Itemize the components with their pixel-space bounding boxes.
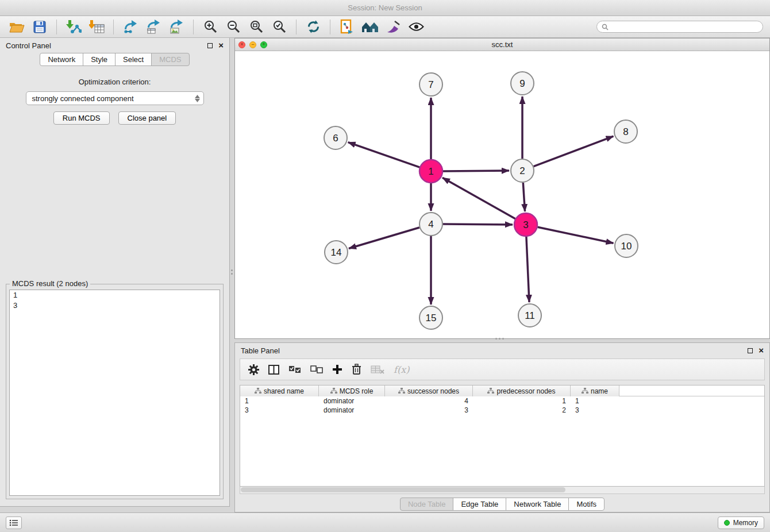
network-arrow-icon (123, 20, 138, 34)
tab-edge-table[interactable]: Edge Table (453, 498, 506, 511)
apply-layout-button[interactable] (303, 18, 323, 36)
image-arrow-icon (169, 20, 184, 34)
node-6[interactable]: 6 (324, 126, 347, 149)
function-builder-button[interactable]: f(x) (394, 361, 409, 378)
mcds-result-list[interactable]: 13 (9, 290, 220, 496)
toolbar-separator (56, 20, 57, 34)
window-resize-handle[interactable] (494, 337, 505, 340)
columns-icon (268, 365, 279, 375)
toolbar-separator (193, 20, 194, 34)
mcds-result-item[interactable]: 1 (10, 290, 220, 300)
select-all-rows-button[interactable] (288, 361, 301, 378)
save-session-button[interactable] (30, 18, 49, 36)
maximize-window-icon[interactable]: + (260, 41, 267, 48)
column-header-MCDS-role[interactable]: MCDS role (319, 385, 385, 396)
edge-3-11[interactable] (526, 237, 529, 302)
node-9[interactable]: 9 (511, 72, 534, 95)
zoom-in-button[interactable] (201, 18, 220, 36)
export-image-button[interactable] (167, 18, 186, 36)
edge-3-1[interactable] (442, 178, 515, 218)
tab-node-table[interactable]: Node Table (400, 498, 454, 511)
import-table-button[interactable] (87, 18, 106, 36)
memory-button[interactable]: Memory (718, 516, 764, 529)
tab-mcds[interactable]: MCDS (151, 53, 189, 66)
show-columns-button[interactable] (268, 361, 279, 378)
open-session-button[interactable] (7, 18, 26, 36)
zoom-fit-button[interactable] (247, 18, 266, 36)
dropdown-arrows-icon (195, 95, 200, 102)
task-history-button[interactable] (6, 516, 22, 529)
svg-text:15: 15 (426, 313, 437, 323)
node-2[interactable]: 2 (511, 159, 534, 182)
node-1[interactable]: 1 (419, 160, 442, 183)
table-row[interactable]: 1dominator411 (240, 396, 764, 406)
tab-select[interactable]: Select (115, 53, 152, 66)
edge-2-8[interactable] (534, 136, 614, 167)
create-column-button[interactable] (332, 361, 342, 378)
node-3[interactable]: 3 (514, 213, 537, 236)
optimization-criterion-select[interactable]: strongly connected component (26, 91, 204, 105)
network-canvas[interactable]: 7968124314101511 (235, 51, 769, 338)
import-network-button[interactable] (64, 18, 83, 36)
deselect-all-rows-button[interactable] (310, 361, 323, 378)
svg-text:4: 4 (428, 219, 433, 230)
tab-network[interactable]: Network (40, 53, 83, 66)
table-cell: dominator (319, 396, 385, 406)
node-11[interactable]: 11 (518, 304, 541, 327)
column-header-name[interactable]: name (571, 385, 619, 396)
node-10[interactable]: 10 (615, 234, 638, 257)
home-network-button[interactable] (360, 18, 380, 36)
close-panel-icon[interactable]: × (759, 348, 764, 353)
tab-style[interactable]: Style (83, 53, 116, 66)
trash-icon (352, 364, 361, 375)
tab-motifs[interactable]: Motifs (568, 498, 605, 511)
minimize-window-icon[interactable]: – (249, 41, 256, 48)
mcds-result-box: MCDS result (2 nodes) 13 (6, 284, 224, 499)
edge-4-3[interactable] (443, 224, 513, 225)
show-hide-panel-button[interactable] (406, 18, 426, 36)
close-panel-button[interactable]: Close panel (118, 111, 176, 125)
edge-3-10[interactable] (538, 227, 614, 243)
new-network-from-selection-button[interactable] (121, 18, 140, 36)
edge-1-6[interactable] (348, 142, 420, 168)
mcds-result-item[interactable]: 3 (10, 300, 220, 311)
table-row[interactable]: 3dominator323 (240, 406, 764, 415)
delete-column-button[interactable] (352, 361, 361, 378)
svg-text:11: 11 (525, 310, 535, 321)
node-7[interactable]: 7 (419, 73, 442, 96)
zoom-out-button[interactable] (224, 18, 243, 36)
panel-splitter[interactable] (230, 264, 233, 279)
edge-1-2[interactable] (443, 171, 509, 171)
float-panel-icon[interactable] (748, 348, 753, 353)
column-header-label: shared name (264, 387, 304, 395)
table-horizontal-scrollbar[interactable] (240, 487, 765, 494)
export-table-button[interactable] (144, 18, 163, 36)
node-8[interactable]: 8 (614, 120, 637, 143)
node-4[interactable]: 4 (419, 213, 442, 236)
apply-style-button[interactable] (383, 18, 403, 36)
edge-4-14[interactable] (349, 228, 419, 249)
zoom-in-icon (203, 20, 218, 34)
delete-table-button[interactable] (371, 361, 384, 378)
main-toolbar (0, 16, 770, 38)
node-14[interactable]: 14 (325, 241, 348, 264)
unchecked-boxes-icon (310, 365, 323, 373)
close-window-icon[interactable]: × (238, 41, 245, 48)
table-settings-button[interactable] (248, 361, 259, 378)
network-report-button[interactable] (337, 18, 357, 36)
column-header-successor-nodes[interactable]: successor nodes (385, 385, 473, 396)
criterion-value: strongly connected component (32, 94, 134, 103)
import-table-icon (89, 20, 105, 34)
search-input[interactable] (611, 23, 758, 31)
column-header-predecessor-nodes[interactable]: predecessor nodes (473, 385, 571, 396)
edge-2-3[interactable] (523, 183, 525, 211)
column-header-shared-name[interactable]: shared name (240, 385, 319, 396)
run-mcds-button[interactable]: Run MCDS (53, 111, 110, 125)
float-panel-icon[interactable] (207, 43, 213, 48)
zoom-selected-button[interactable] (270, 18, 289, 36)
node-15[interactable]: 15 (419, 306, 442, 329)
tab-network-table[interactable]: Network Table (506, 498, 569, 511)
column-header-label: successor nodes (407, 387, 459, 395)
search-box[interactable] (596, 21, 763, 33)
close-panel-icon[interactable]: × (218, 43, 224, 48)
